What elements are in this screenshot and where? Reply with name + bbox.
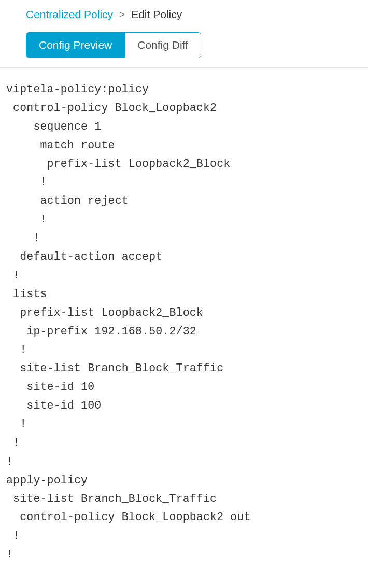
- page-header: Centralized Policy > Edit Policy Config …: [0, 0, 368, 67]
- breadcrumb: Centralized Policy > Edit Policy: [26, 8, 342, 21]
- config-preview-panel: viptela-policy:policy control-policy Blo…: [0, 68, 368, 564]
- chevron-right-icon: >: [119, 9, 125, 20]
- tab-config-preview[interactable]: Config Preview: [26, 33, 124, 58]
- breadcrumb-link-centralized-policy[interactable]: Centralized Policy: [26, 8, 113, 21]
- breadcrumb-current: Edit Policy: [131, 8, 182, 21]
- config-text: viptela-policy:policy control-policy Blo…: [6, 80, 362, 564]
- tab-group: Config Preview Config Diff: [26, 32, 201, 58]
- tab-config-diff[interactable]: Config Diff: [124, 33, 201, 58]
